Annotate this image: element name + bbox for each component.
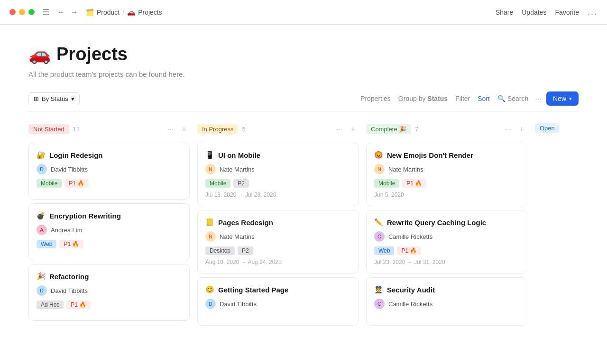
column-complete: Complete 🎉 7 ··· ＋ 😡 New Emojis Don't Re… bbox=[366, 121, 527, 358]
properties-button[interactable]: Properties bbox=[358, 93, 394, 104]
card-title-text: Refactoring bbox=[49, 273, 89, 281]
col-add-in-progress[interactable]: ＋ bbox=[347, 123, 359, 135]
card-title: 📱 UI on Mobile bbox=[205, 151, 350, 159]
search-label: Search bbox=[507, 95, 528, 102]
sort-button[interactable]: Sort bbox=[475, 93, 493, 104]
breadcrumb-projects[interactable]: Projects bbox=[138, 9, 162, 16]
card-tags: Ad HocP1 🔥 bbox=[37, 300, 182, 309]
card-tags: WebP1 🔥 bbox=[37, 240, 182, 248]
sidebar-toggle[interactable]: ☰ bbox=[42, 7, 50, 18]
status-badge-open: Open bbox=[535, 123, 560, 133]
person-name: David Tibbitts bbox=[51, 287, 88, 294]
tag: Web bbox=[37, 240, 56, 248]
view-grid-icon: ⊞ bbox=[34, 95, 39, 102]
favorite-button[interactable]: Favorite bbox=[555, 9, 579, 16]
filter-button[interactable]: Filter bbox=[452, 93, 473, 104]
card-tags: MobileP1 🔥 bbox=[374, 179, 519, 188]
forward-button[interactable]: → bbox=[69, 7, 80, 18]
card-date: Jul 13, 2020 → Jul 23, 2020 bbox=[205, 191, 350, 198]
tag: Ad Hoc bbox=[37, 300, 64, 309]
status-badge-in-progress: In Progress bbox=[197, 124, 238, 134]
card-in-progress-2[interactable]: 😊 Getting Started Page D David Tibbitts bbox=[197, 277, 359, 326]
new-label: New bbox=[553, 95, 566, 102]
card-person: D David Tibbitts bbox=[205, 299, 350, 309]
col-count-not-started: 11 bbox=[73, 126, 80, 133]
person-name: Nate Martins bbox=[388, 166, 423, 173]
tag: P1 🔥 bbox=[59, 240, 83, 248]
tag: P2 bbox=[233, 179, 249, 188]
page-content: 🚗 Projects All the product team's projec… bbox=[0, 25, 607, 364]
card-person: D David Tibbitts bbox=[37, 164, 182, 174]
card-title-text: Login Redesign bbox=[49, 151, 103, 159]
card-person: D David Tibbitts bbox=[37, 285, 182, 296]
person-name: Camille Ricketts bbox=[388, 300, 432, 308]
col-count-complete: 7 bbox=[415, 126, 418, 133]
titlebar-left: ☰ ← → 🗂️ Product / 🚗 Projects bbox=[9, 7, 162, 18]
group-by-value: Status bbox=[427, 95, 448, 102]
col-more-in-progress[interactable]: ··· bbox=[334, 124, 344, 135]
new-button[interactable]: New ▾ bbox=[546, 91, 579, 106]
breadcrumb-icon: 🗂️ bbox=[86, 9, 94, 16]
card-not-started-2[interactable]: 🎉 Refactoring D David Tibbitts Ad HocP1 … bbox=[28, 264, 190, 321]
back-button[interactable]: ← bbox=[55, 7, 67, 18]
card-title-text: UI on Mobile bbox=[218, 151, 260, 159]
card-complete-2[interactable]: 👮 Security Audit C Camille Ricketts bbox=[366, 277, 527, 326]
card-title: 📒 Pages Redesign bbox=[205, 218, 350, 227]
avatar: N bbox=[205, 164, 216, 174]
person-name: Nate Martins bbox=[220, 233, 255, 240]
more-options-button[interactable]: ··· bbox=[533, 93, 544, 104]
column-header-open: Open bbox=[535, 121, 573, 137]
col-more-complete[interactable]: ··· bbox=[503, 124, 513, 135]
close-button[interactable] bbox=[9, 9, 16, 15]
search-icon: 🔍 bbox=[497, 95, 506, 102]
card-person: C Camille Ricketts bbox=[374, 231, 519, 242]
card-title: 👮 Security Audit bbox=[374, 285, 519, 294]
card-title-text: Rewrite Query Caching Logic bbox=[387, 218, 486, 227]
card-title: 🎉 Refactoring bbox=[37, 272, 182, 281]
share-button[interactable]: Share bbox=[496, 9, 513, 16]
tag: P1 🔥 bbox=[397, 246, 421, 255]
maximize-button[interactable] bbox=[28, 9, 35, 15]
view-selector[interactable]: ⊞ By Status ▾ bbox=[28, 92, 80, 105]
card-title-text: Pages Redesign bbox=[218, 218, 273, 227]
group-by-label: Group by bbox=[398, 95, 426, 102]
card-in-progress-0[interactable]: 📱 UI on Mobile N Nate Martins MobileP2 J… bbox=[197, 143, 359, 206]
card-person: N Nate Martins bbox=[205, 164, 350, 174]
toolbar: ⊞ By Status ▾ Properties Group by Status… bbox=[28, 91, 579, 112]
updates-button[interactable]: Updates bbox=[522, 9, 546, 16]
person-name: Camille Ricketts bbox=[388, 233, 432, 240]
card-person: C Camille Ricketts bbox=[374, 299, 519, 309]
tag: Mobile bbox=[205, 179, 230, 188]
person-name: David Tibbitts bbox=[220, 300, 257, 308]
avatar: C bbox=[374, 299, 385, 309]
tag: P2 bbox=[238, 246, 253, 255]
tag: Mobile bbox=[37, 179, 62, 188]
card-complete-0[interactable]: 😡 New Emojis Don't Render N Nate Martins… bbox=[366, 143, 527, 206]
group-by-button[interactable]: Group by Status bbox=[395, 93, 451, 104]
card-icon: 👮 bbox=[374, 285, 383, 294]
toolbar-left: ⊞ By Status ▾ bbox=[28, 92, 80, 105]
card-in-progress-1[interactable]: 📒 Pages Redesign N Nate Martins DesktopP… bbox=[197, 210, 359, 273]
card-person: A Andrea Lim bbox=[37, 225, 182, 235]
page-description: All the product team's projects can be f… bbox=[28, 70, 579, 78]
search-button[interactable]: 🔍 Search bbox=[495, 93, 531, 104]
card-title: 😊 Getting Started Page bbox=[205, 285, 350, 294]
card-title: 🔐 Login Redesign bbox=[37, 151, 182, 159]
breadcrumb-product[interactable]: Product bbox=[97, 9, 120, 16]
more-button[interactable]: ... bbox=[588, 7, 598, 17]
card-icon: 🎉 bbox=[37, 272, 46, 281]
card-date: Jun 5, 2020 bbox=[374, 191, 519, 198]
col-add-not-started[interactable]: ＋ bbox=[178, 123, 190, 135]
minimize-button[interactable] bbox=[19, 9, 25, 15]
card-complete-1[interactable]: ✏️ Rewrite Query Caching Logic C Camille… bbox=[366, 210, 527, 273]
tag: Web bbox=[374, 246, 394, 255]
tag: P1 🔥 bbox=[402, 179, 426, 188]
col-actions-complete: ··· ＋ bbox=[503, 123, 527, 135]
tag: Mobile bbox=[374, 179, 399, 188]
col-count-in-progress: 5 bbox=[242, 126, 245, 133]
col-add-complete[interactable]: ＋ bbox=[516, 123, 527, 135]
card-not-started-0[interactable]: 🔐 Login Redesign D David Tibbitts Mobile… bbox=[28, 143, 190, 200]
col-more-not-started[interactable]: ··· bbox=[166, 124, 175, 135]
card-not-started-1[interactable]: 💣 Encryption Rewriting A Andrea Lim WebP… bbox=[28, 203, 190, 260]
page-title-row: 🚗 Projects bbox=[28, 44, 579, 64]
